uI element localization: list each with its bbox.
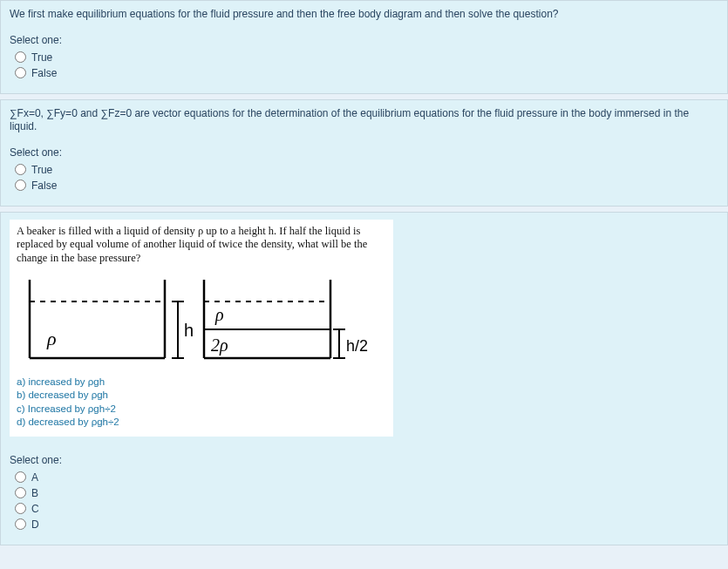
- tworho-label: 2ρ: [211, 335, 228, 356]
- image-question-text: A beaker is filled with a liquid of dens…: [17, 225, 386, 266]
- question-3: A beaker is filled with a liquid of dens…: [0, 212, 728, 545]
- option-label: A: [31, 471, 38, 484]
- option-row-b: B: [10, 485, 718, 501]
- beaker-svg: ρ h ρ 2ρ: [17, 271, 374, 367]
- radio-q1-true[interactable]: [15, 51, 26, 63]
- radio-q1-false[interactable]: [15, 67, 26, 78]
- option-row-a: A: [10, 470, 718, 485]
- radio-q3-c[interactable]: [15, 503, 26, 514]
- option-row-c: C: [10, 501, 718, 517]
- question-1: We first make equilibrium equations for …: [0, 0, 728, 94]
- ans-d: d) decreased by ρgh÷2: [17, 416, 386, 430]
- option-label: False: [31, 180, 57, 192]
- question-2: ∑Fx=0, ∑Fy=0 and ∑Fz=0 are vector equati…: [0, 99, 728, 207]
- radio-q2-true[interactable]: [15, 164, 26, 175]
- option-row-true: True: [10, 162, 718, 178]
- h-label: h: [184, 321, 194, 340]
- question-1-text: We first make equilibrium equations for …: [10, 8, 718, 22]
- question-image-box: A beaker is filled with a liquid of dens…: [10, 220, 393, 437]
- radio-q3-d[interactable]: [15, 518, 26, 530]
- question-2-text: ∑Fx=0, ∑Fy=0 and ∑Fz=0 are vector equati…: [10, 107, 718, 134]
- rho-label-2: ρ: [214, 305, 224, 325]
- option-row-true: True: [10, 50, 718, 65]
- option-label: True: [31, 51, 52, 64]
- select-one-label: Select one:: [10, 146, 718, 159]
- option-label: B: [31, 487, 38, 499]
- radio-q3-b[interactable]: [15, 487, 26, 498]
- ans-c: c) Increased by ρgh÷2: [17, 403, 386, 417]
- ans-b: b) decreased by ρgh: [17, 389, 386, 403]
- radio-q3-a[interactable]: [15, 471, 26, 483]
- answer-choices-text: a) increased by ρgh b) decreased by ρgh …: [17, 376, 386, 430]
- select-one-label: Select one:: [10, 454, 718, 466]
- ans-a: a) increased by ρgh: [17, 376, 386, 389]
- h2-label: h/2: [346, 337, 368, 355]
- option-row-false: False: [10, 65, 718, 81]
- option-label: False: [31, 67, 57, 79]
- beaker-diagram: ρ h ρ 2ρ: [17, 271, 386, 367]
- option-label: D: [31, 518, 39, 531]
- radio-q2-false[interactable]: [15, 180, 26, 191]
- rho-label: ρ: [46, 328, 57, 349]
- option-row-d: D: [10, 517, 718, 532]
- option-label: C: [31, 503, 39, 515]
- option-label: True: [31, 164, 52, 176]
- select-one-label: Select one:: [10, 34, 718, 46]
- option-row-false: False: [10, 178, 718, 193]
